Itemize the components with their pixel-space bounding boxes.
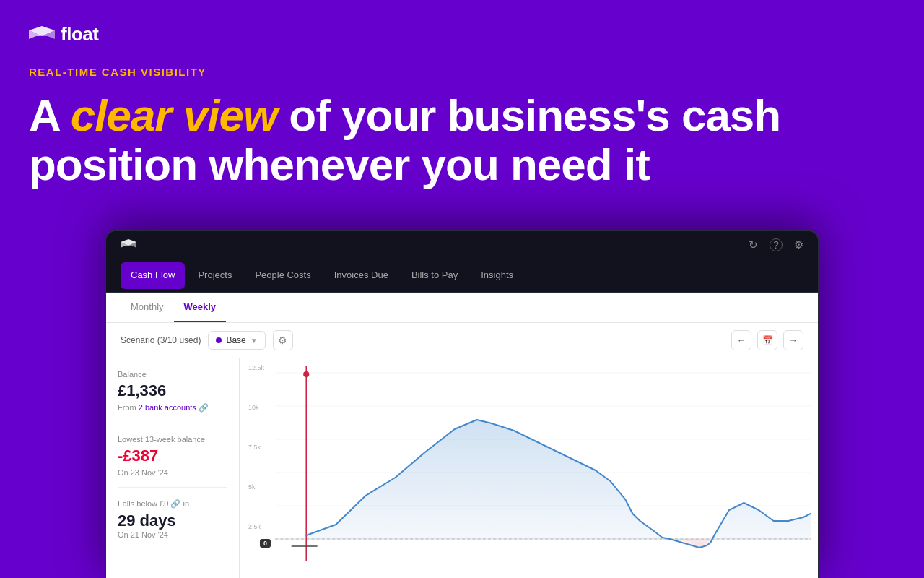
y-label-75k: 7.5k xyxy=(248,444,264,451)
left-panel: Balance £1,336 From 2 bank accounts 🔗 Lo… xyxy=(106,358,240,578)
y-label-125k: 12.5k xyxy=(248,364,264,371)
app-topbar: ↻ ? ⚙ xyxy=(106,231,818,259)
balance-stat: Balance £1,336 From 2 bank accounts 🔗 xyxy=(118,370,227,423)
hero-section: float REAL-TIME CASH VISIBILITY A clear … xyxy=(0,0,924,189)
chevron-down-icon: ▼ xyxy=(250,337,258,345)
logo-icon xyxy=(29,26,55,43)
scenario-gear-button[interactable]: ⚙ xyxy=(273,330,293,350)
scenario-select[interactable]: Base ▼ xyxy=(208,331,265,350)
app-nav: Cash Flow Projects People Costs Invoices… xyxy=(106,259,818,293)
falls-below-sub: On 21 Nov '24 xyxy=(118,530,227,539)
app-topbar-icons: ↻ ? ⚙ xyxy=(749,238,803,251)
falls-below-link[interactable]: 🔗 xyxy=(170,499,180,508)
y-axis-labels: 12.5k 10k 7.5k 5k 2.5k xyxy=(248,364,264,530)
tab-insights[interactable]: Insights xyxy=(471,262,523,289)
chart-area: 12.5k 10k 7.5k 5k 2.5k 0 xyxy=(240,358,818,578)
headline-highlight: clear view xyxy=(71,90,277,140)
main-area: Balance £1,336 From 2 bank accounts 🔗 Lo… xyxy=(106,358,818,578)
scenario-dot xyxy=(216,337,222,343)
scenario-label: Scenario (3/10 used) xyxy=(121,335,201,345)
lowest-balance-stat: Lowest 13-week balance -£387 On 23 Nov '… xyxy=(118,435,227,488)
headline: A clear view of your business's cash pos… xyxy=(29,91,823,189)
scenario-value: Base xyxy=(226,335,245,345)
logo: float xyxy=(29,23,895,46)
tab-cashflow[interactable]: Cash Flow xyxy=(121,262,185,289)
balance-value: £1,336 xyxy=(118,381,227,400)
falls-below-stat: Falls below £0 🔗 in 29 days On 21 Nov '2… xyxy=(118,499,227,549)
bank-accounts-link[interactable]: 2 bank accounts xyxy=(139,403,196,412)
y-label-5k: 5k xyxy=(248,483,264,491)
tagline: REAL-TIME CASH VISIBILITY xyxy=(29,66,895,78)
app-mockup: ↻ ? ⚙ Cash Flow Projects People Costs In… xyxy=(105,230,819,578)
zero-badge: 0 xyxy=(260,539,271,548)
headline-prefix: A xyxy=(29,90,71,140)
lowest-balance-value: -£387 xyxy=(118,447,227,465)
subtab-monthly[interactable]: Monthly xyxy=(121,293,174,322)
tab-projects[interactable]: Projects xyxy=(188,262,242,289)
lowest-balance-label: Lowest 13-week balance xyxy=(118,435,227,444)
chart-svg xyxy=(247,366,811,575)
scenario-bar: Scenario (3/10 used) Base ▼ ⚙ ← 📅 → xyxy=(106,323,818,358)
mockup-wrapper: ↻ ? ⚙ Cash Flow Projects People Costs In… xyxy=(105,230,819,578)
tab-billstopay[interactable]: Bills to Pay xyxy=(401,262,468,289)
scenario-left: Scenario (3/10 used) Base ▼ ⚙ xyxy=(121,330,293,350)
calendar-button[interactable]: 📅 xyxy=(757,330,777,350)
y-label-10k: 10k xyxy=(248,404,264,411)
app-content: Monthly Weekly Scenario (3/10 used) Base… xyxy=(106,293,818,578)
refresh-icon[interactable]: ↻ xyxy=(749,238,758,251)
sub-tabs: Monthly Weekly xyxy=(106,293,818,323)
app-logo-icon xyxy=(121,239,136,251)
tab-peoplecosts[interactable]: People Costs xyxy=(245,262,321,289)
falls-below-value: 29 days xyxy=(118,512,227,530)
logo-text: float xyxy=(61,23,98,46)
y-label-25k: 2.5k xyxy=(248,523,264,530)
falls-below-label: Falls below £0 🔗 in xyxy=(118,499,227,509)
scenario-right: ← 📅 → xyxy=(731,330,803,350)
balance-sub: From 2 bank accounts 🔗 xyxy=(118,403,227,413)
svg-point-8 xyxy=(303,371,309,377)
tab-invoicesdue[interactable]: Invoices Due xyxy=(324,262,398,289)
prev-arrow-button[interactable]: ← xyxy=(731,330,751,350)
help-icon[interactable]: ? xyxy=(770,238,783,251)
lowest-balance-sub: On 23 Nov '24 xyxy=(118,468,227,477)
settings-icon[interactable]: ⚙ xyxy=(794,238,803,251)
subtab-weekly[interactable]: Weekly xyxy=(174,293,227,322)
next-arrow-button[interactable]: → xyxy=(783,330,803,350)
balance-label: Balance xyxy=(118,370,227,379)
app-logo xyxy=(121,239,136,251)
